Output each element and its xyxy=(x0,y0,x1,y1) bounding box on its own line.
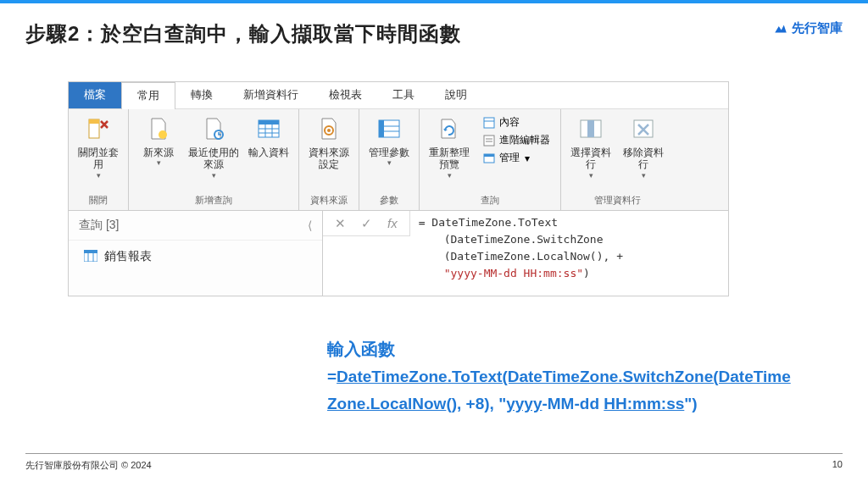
enter-data-button[interactable]: 輸入資料 xyxy=(244,113,293,192)
svg-rect-13 xyxy=(379,120,384,137)
enter-data-icon xyxy=(254,114,283,143)
svg-rect-16 xyxy=(484,118,494,128)
remove-columns-button[interactable]: 移除資料行 ▾ xyxy=(619,113,668,192)
group-query: 重新整理預覽 ▾ 內容 進階編輯器 xyxy=(420,109,561,210)
cancel-formula-icon[interactable]: ✕ xyxy=(335,216,346,231)
properties-icon xyxy=(482,116,496,130)
group-new-query: 新來源 ▾ 最近使用的來源 ▾ 輸入資料 xyxy=(129,109,299,210)
group-close: 關閉並套用 ▾ 關閉 xyxy=(69,109,129,210)
footer-copyright: 先行智庫股份有限公司 © 2024 xyxy=(25,459,152,472)
group-manage-cols: 選擇資料行 ▾ 移除資料行 ▾ 管理資料行 xyxy=(561,109,673,210)
close-apply-button[interactable]: 關閉並套用 ▾ xyxy=(74,113,123,192)
formula-bar: ✕ ✓ fx = DateTimeZone.ToText (DateTimeZo… xyxy=(323,211,728,296)
group-data-source: 資料來源設定 資料來源 xyxy=(299,109,359,210)
group-new-query-label: 新增查詢 xyxy=(195,192,232,208)
svg-point-2 xyxy=(159,130,167,139)
svg-rect-1 xyxy=(89,119,99,124)
svg-rect-5 xyxy=(259,120,279,125)
tab-add-column[interactable]: 新增資料行 xyxy=(228,82,314,108)
tab-tools[interactable]: 工具 xyxy=(377,82,430,108)
queries-pane: 查詢 [3] ⟨ 銷售報表 xyxy=(69,211,323,296)
manage-params-button[interactable]: 管理參數 ▾ xyxy=(364,113,414,192)
advanced-editor-item[interactable]: 進階編輯器 xyxy=(481,132,552,148)
page-title: 步驟2：於空白查詢中，輸入擷取當下時間函數 xyxy=(25,20,461,47)
group-close-label: 關閉 xyxy=(89,192,108,208)
advanced-editor-icon xyxy=(482,134,496,147)
manage-icon xyxy=(482,152,496,165)
svg-rect-22 xyxy=(484,154,494,157)
logo-icon xyxy=(773,21,788,36)
svg-rect-18 xyxy=(484,136,494,146)
power-query-window: 檔案 常用 轉換 新增資料行 檢視表 工具 說明 關閉並套用 ▾ xyxy=(68,81,729,296)
new-source-button[interactable]: 新來源 ▾ xyxy=(134,113,183,192)
ribbon-tabs: 檔案 常用 轉換 新增資料行 檢視表 工具 說明 xyxy=(69,82,728,109)
group-query-label: 查詢 xyxy=(481,192,499,208)
tab-file[interactable]: 檔案 xyxy=(69,82,121,108)
group-params-label: 參數 xyxy=(380,192,398,208)
properties-item[interactable]: 內容 xyxy=(481,114,552,130)
annotation-text: 輸入函數 =DateTimeZone.ToText(DateTimeZone.S… xyxy=(327,335,827,418)
select-columns-button[interactable]: 選擇資料行 ▾ xyxy=(566,113,615,192)
queries-header[interactable]: 查詢 [3] ⟨ xyxy=(69,211,322,241)
query-item[interactable]: 銷售報表 xyxy=(69,241,322,273)
svg-rect-27 xyxy=(84,250,97,253)
table-icon xyxy=(84,250,97,263)
gear-file-icon xyxy=(314,114,343,143)
collapse-chevron-icon[interactable]: ⟨ xyxy=(308,219,312,232)
manage-item[interactable]: 管理 ▾ xyxy=(481,150,552,166)
recent-sources-button[interactable]: 最近使用的來源 ▾ xyxy=(186,113,241,192)
recent-sources-icon xyxy=(199,114,228,143)
tab-home[interactable]: 常用 xyxy=(121,82,175,109)
brand-logo: 先行智庫 xyxy=(773,20,843,36)
tab-transform[interactable]: 轉換 xyxy=(175,82,228,108)
formula-input[interactable]: = DateTimeZone.ToText (DateTimeZone.Swit… xyxy=(410,211,728,286)
ribbon-body: 關閉並套用 ▾ 關閉 新來源 ▾ xyxy=(69,109,728,211)
svg-point-11 xyxy=(327,129,331,132)
data-source-settings-button[interactable]: 資料來源設定 xyxy=(304,113,353,192)
group-params: 管理參數 ▾ 參數 xyxy=(359,109,420,210)
refresh-icon xyxy=(435,114,464,143)
svg-rect-24 xyxy=(587,120,594,137)
page-number: 10 xyxy=(832,459,843,472)
commit-formula-icon[interactable]: ✓ xyxy=(361,216,372,231)
new-source-icon xyxy=(144,114,173,143)
close-apply-icon xyxy=(84,114,113,143)
tab-view[interactable]: 檢視表 xyxy=(314,82,377,108)
params-icon xyxy=(375,114,403,143)
refresh-preview-button[interactable]: 重新整理預覽 ▾ xyxy=(425,113,474,192)
group-data-source-label: 資料來源 xyxy=(310,192,348,208)
fx-icon[interactable]: fx xyxy=(387,216,398,230)
select-columns-icon xyxy=(576,114,605,143)
tab-help[interactable]: 說明 xyxy=(430,82,482,108)
remove-columns-icon xyxy=(629,114,658,143)
group-manage-cols-label: 管理資料行 xyxy=(594,192,641,208)
